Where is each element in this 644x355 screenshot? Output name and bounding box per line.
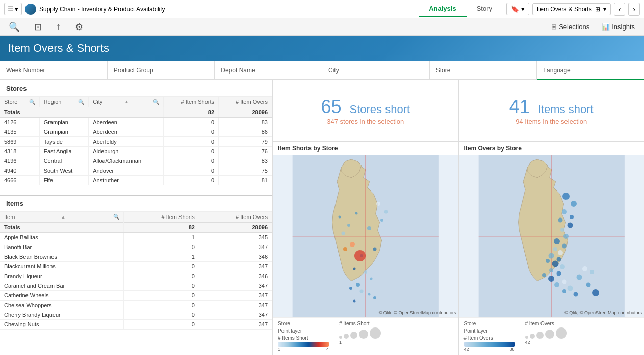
stores-short-card: 65 Stores short 347 stores in the select…: [273, 80, 459, 142]
stores-short-number: 65 Stores short: [321, 96, 410, 118]
map-dot: [364, 270, 367, 274]
nav-prev-button[interactable]: ‹: [614, 3, 626, 16]
list-item[interactable]: Black Bean Brownies 1 346: [0, 252, 272, 261]
shorts-legend-size: # Items Short 1: [339, 321, 381, 345]
dropdown-arrow: ▾: [15, 5, 18, 13]
sheet-selector[interactable]: Item Overs & Shorts ⊞ ▾: [532, 3, 611, 15]
selections-button[interactable]: ⊞ Selections: [546, 21, 595, 33]
stores-table-container[interactable]: Store 🔍 Region 🔍: [0, 97, 272, 195]
back-button[interactable]: ↑: [51, 19, 65, 35]
item-overs-map-area[interactable]: © Qlik, © OpenStreetMap contributors: [459, 155, 645, 317]
main-content: Stores Store 🔍: [0, 80, 644, 355]
size-circle-md: [344, 334, 349, 339]
store-search-icon[interactable]: 🔍: [29, 99, 35, 105]
overs-label-store: Store: [464, 321, 515, 326]
list-item[interactable]: Apple Ballitas 1 345: [0, 232, 272, 242]
sheet-icon: ⊞: [595, 6, 600, 13]
list-item[interactable]: Caramel and Cream Bar 0 347: [0, 281, 272, 290]
table-row[interactable]: 4135 Grampian Aberdeen 0 86: [0, 127, 272, 137]
list-item[interactable]: Blackcurrant Millions 0 347: [0, 261, 272, 271]
map-dot: [570, 215, 574, 219]
filter-store[interactable]: Store: [430, 61, 537, 79]
map-dot: [347, 224, 350, 227]
stores-totals-label: Totals: [0, 107, 163, 118]
filter-city[interactable]: City: [322, 61, 430, 79]
filter-product-group[interactable]: Product Group: [108, 61, 215, 79]
page-title: Item Overs & Shorts: [8, 42, 109, 55]
map-dot: [554, 238, 560, 244]
smart-search-button[interactable]: 🔍: [4, 19, 24, 35]
right-panel: 65 Stores short 347 stores in the select…: [273, 80, 644, 355]
tab-analysis[interactable]: Analysis: [419, 1, 466, 17]
settings-button[interactable]: ⚙: [70, 19, 88, 35]
map-dot: [553, 247, 557, 251]
map-dot: [546, 259, 550, 263]
table-row[interactable]: 4940 South West Andover 0 75: [0, 166, 272, 176]
overs-axis-label: # Item Overs: [464, 335, 515, 341]
table-row[interactable]: 4318 East Anglia Aldeburgh 0 76: [0, 147, 272, 156]
tab-story[interactable]: Story: [467, 1, 502, 17]
items-table-container[interactable]: Item ▲ 🔍 # Item Shorts # Item Overs: [0, 212, 272, 355]
items-col-item-shorts: # Item Shorts: [124, 212, 199, 223]
map-dot: [558, 218, 563, 223]
map-panels: Item Shorts by Store: [273, 142, 644, 355]
items-totals-label: Totals: [0, 222, 124, 232]
list-item[interactable]: Chelsea Whoppers 0 347: [0, 300, 272, 310]
items-totals-row: Totals 82 28096: [0, 222, 272, 232]
map-dot: [573, 292, 578, 297]
map-dot: [350, 242, 355, 247]
table-row[interactable]: 4196 Central Alloa/Clackmannan 0 83: [0, 156, 272, 166]
list-item[interactable]: Cherry Brandy Liqueur 0 347: [0, 310, 272, 319]
hamburger-button[interactable]: ☰ ▾: [4, 3, 22, 15]
overs-size-circle-lg: [536, 332, 544, 339]
nav-next-button[interactable]: ›: [628, 3, 640, 16]
item-shorts-map-area[interactable]: © Qlik, © OpenStreetMap contributors: [273, 155, 458, 317]
filter-depot-name[interactable]: Depot Name: [215, 61, 322, 79]
stores-col-item-shorts: # Item Shorts: [163, 97, 218, 107]
item-shorts-map[interactable]: Item Shorts by Store: [273, 142, 459, 355]
map-dot: [542, 273, 546, 277]
insights-button[interactable]: 📊 Insights: [597, 21, 640, 33]
filter-city-label: City: [328, 67, 339, 74]
table-row[interactable]: 4126 Grampian Aberdeen 0 83: [0, 117, 272, 127]
items-short-number: 41 Items short: [509, 96, 594, 118]
map-dot: [562, 209, 567, 214]
filter-language[interactable]: Language: [537, 61, 644, 79]
shorts-color-gradient: [278, 342, 329, 347]
items-totals-overs: 28096: [199, 222, 272, 232]
items-short-sub: 94 Items in the selection: [509, 118, 594, 125]
shorts-legend-color: Store Point layer # Items Short 1 4: [278, 321, 329, 352]
filter-depot-name-label: Depot Name: [221, 67, 255, 74]
item-overs-map[interactable]: Item Overs by Store: [459, 142, 645, 355]
map-dot: [590, 270, 594, 274]
hamburger-icon: ☰: [8, 5, 14, 13]
map-dot: [562, 193, 570, 200]
overs-size-circle-md: [530, 334, 535, 339]
bookmark-button[interactable]: 🔖 ▾: [506, 3, 529, 15]
item-search-icon[interactable]: 🔍: [113, 214, 119, 220]
filter-week-number[interactable]: Week Number: [0, 61, 108, 79]
stores-totals-row: Totals 82 28096: [0, 107, 272, 118]
region-search-icon[interactable]: 🔍: [78, 99, 84, 105]
table-row[interactable]: 5869 Tayside Aberfeldy 0 79: [0, 137, 272, 147]
map-dot: [548, 276, 554, 282]
list-item[interactable]: Banoffi Bar 0 347: [0, 242, 272, 252]
city-sort-icon[interactable]: ▲: [124, 99, 129, 104]
shorts-gradient-min: 1: [278, 347, 280, 352]
list-item[interactable]: Brandy Liqueur 0 346: [0, 271, 272, 281]
overs-size-min: 42: [525, 340, 530, 345]
stores-section: Stores Store 🔍: [0, 80, 272, 196]
list-item[interactable]: Catherine Wheels 0 347: [0, 290, 272, 300]
list-item[interactable]: Chewing Nuts 0 347: [0, 319, 272, 329]
stores-col-item-overs: # Item Overs: [219, 97, 272, 107]
grid-button[interactable]: ⊡: [30, 19, 46, 35]
map-dot: [549, 253, 554, 259]
map-dot: [353, 267, 355, 270]
table-row[interactable]: 4666 Fife Anstruther 0 81: [0, 176, 272, 185]
map-dot: [562, 280, 566, 284]
city-search-icon[interactable]: 🔍: [153, 99, 159, 105]
map-dot: [552, 261, 558, 267]
filter-bar: Week Number Product Group Depot Name Cit…: [0, 61, 644, 80]
item-sort-icon[interactable]: ▲: [61, 214, 65, 220]
insights-chart-icon: 📊: [602, 23, 610, 31]
